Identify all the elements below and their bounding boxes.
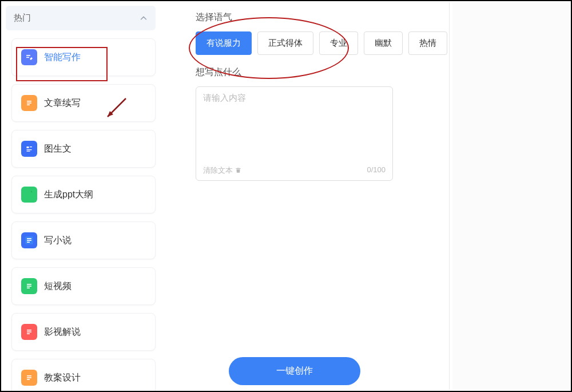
textarea-footer: 清除文本 0/100 bbox=[203, 165, 386, 176]
sidebar-item-label: 教案设计 bbox=[44, 372, 81, 384]
content-input[interactable] bbox=[203, 93, 386, 156]
char-counter: 0/100 bbox=[367, 165, 386, 176]
trash-icon bbox=[235, 167, 241, 175]
svg-rect-25 bbox=[27, 375, 31, 377]
svg-rect-1 bbox=[26, 55, 30, 56]
clear-text-label: 清除文本 bbox=[203, 165, 233, 176]
svg-rect-14 bbox=[27, 240, 31, 241]
svg-rect-23 bbox=[27, 333, 30, 334]
sidebar-item-lesson-plan[interactable]: 教案设计 bbox=[11, 359, 156, 391]
sidebar-item-label: 图生文 bbox=[44, 143, 72, 155]
doc-lines-icon bbox=[21, 95, 37, 111]
sidebar-item-label: 文章续写 bbox=[44, 97, 81, 109]
doc-red-icon bbox=[21, 324, 37, 340]
sidebar-item-label: 写小说 bbox=[44, 235, 72, 247]
svg-rect-27 bbox=[27, 379, 30, 380]
svg-rect-8 bbox=[27, 146, 29, 148]
sidebar-item-label: 影视解说 bbox=[44, 326, 81, 338]
sidebar-item-movie-commentary[interactable]: 影视解说 bbox=[11, 313, 156, 351]
svg-rect-10 bbox=[27, 149, 32, 150]
right-panel bbox=[452, 2, 570, 390]
doc-green-icon bbox=[21, 278, 37, 294]
doc-orange-icon bbox=[21, 370, 37, 386]
svg-rect-21 bbox=[27, 330, 31, 331]
sidebar-item-label: 短视频 bbox=[44, 280, 72, 292]
sidebar-item-smart-writing[interactable]: 智能写作 bbox=[11, 38, 156, 76]
sidebar-list: 智能写作 文章续写 图生文 生成ppt大纲 写小说 bbox=[6, 38, 156, 391]
doc-write-icon bbox=[21, 232, 37, 248]
tone-persuasive[interactable]: 有说服力 bbox=[196, 31, 252, 55]
chevron-up-icon bbox=[140, 14, 148, 22]
submit-wrap: 一键创作 bbox=[196, 357, 393, 385]
image-text-icon bbox=[21, 141, 37, 157]
svg-rect-17 bbox=[27, 284, 31, 285]
svg-rect-7 bbox=[25, 145, 33, 153]
sidebar-item-continue-writing[interactable]: 文章续写 bbox=[11, 84, 156, 122]
section-title: 热门 bbox=[14, 13, 31, 23]
svg-rect-22 bbox=[27, 331, 31, 332]
tone-passion[interactable]: 热情 bbox=[408, 31, 447, 55]
svg-rect-18 bbox=[27, 286, 31, 287]
sidebar-section-header[interactable]: 热门 bbox=[6, 6, 156, 30]
svg-rect-26 bbox=[27, 377, 31, 378]
svg-rect-2 bbox=[26, 57, 29, 58]
tone-humor[interactable]: 幽默 bbox=[364, 31, 403, 55]
svg-rect-13 bbox=[27, 238, 31, 239]
tone-professional[interactable]: 专业 bbox=[319, 31, 358, 55]
content-textarea-wrap: 清除文本 0/100 bbox=[196, 86, 393, 181]
svg-rect-19 bbox=[27, 287, 30, 288]
sidebar-item-label: 智能写作 bbox=[44, 52, 81, 64]
sidebar-item-image-to-text[interactable]: 图生文 bbox=[11, 130, 156, 168]
svg-rect-11 bbox=[27, 151, 30, 152]
panel-divider bbox=[449, 2, 450, 390]
svg-rect-15 bbox=[27, 241, 30, 243]
sidebar-item-novel[interactable]: 写小说 bbox=[11, 221, 156, 259]
create-button[interactable]: 一键创作 bbox=[229, 357, 360, 385]
sidebar-item-ppt-outline[interactable]: 生成ppt大纲 bbox=[11, 176, 156, 213]
clear-text-button[interactable]: 清除文本 bbox=[203, 165, 241, 176]
svg-rect-6 bbox=[27, 104, 30, 105]
svg-rect-4 bbox=[27, 101, 31, 102]
svg-rect-5 bbox=[27, 102, 31, 104]
sidebar-item-short-video[interactable]: 短视频 bbox=[11, 267, 156, 305]
sidebar-item-label: 生成ppt大纲 bbox=[44, 189, 93, 201]
doc-fold-icon bbox=[21, 187, 37, 203]
tone-formal[interactable]: 正式得体 bbox=[257, 31, 313, 55]
svg-rect-9 bbox=[30, 146, 32, 147]
doc-edit-icon bbox=[21, 49, 37, 65]
sidebar: 热门 智能写作 文章续写 图生文 生成ppt bbox=[1, 1, 161, 391]
